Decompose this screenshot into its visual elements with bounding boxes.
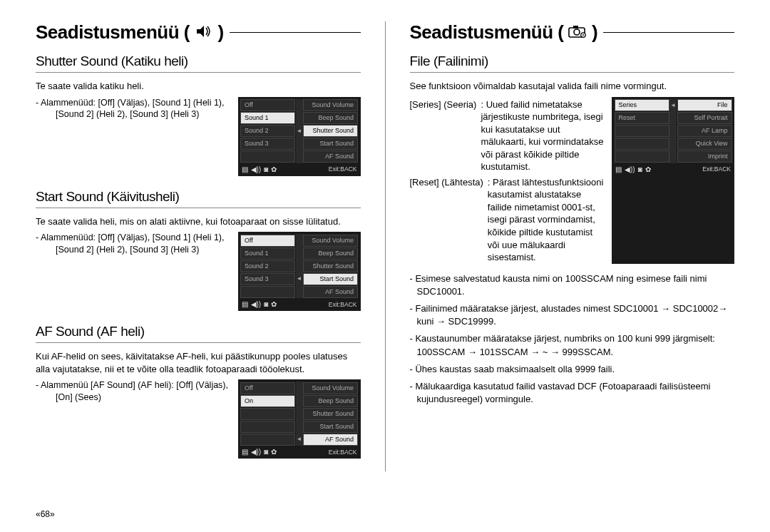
lcd-sound-icon: ◀)) (625, 166, 635, 173)
series-body: : Uued failid nimetatakse järjestikuste … (481, 98, 605, 173)
body-start: Te saate valida heli, mis on alati aktii… (36, 215, 361, 228)
lcd-caret (296, 247, 303, 260)
right-column: Seadistusmenüü ( ) File (Failinimi) See … (410, 21, 735, 471)
reset-body: : Pärast lähtestusfunktsiooni kasutamist… (488, 176, 605, 264)
right-main-title: Seadistusmenüü ( ) (410, 21, 598, 44)
lcd-right-item: Start Sound (303, 273, 358, 285)
note-item: - Mälukaardiga kasutatud failid vastavad… (410, 380, 735, 406)
lcd-caret (669, 125, 677, 138)
lcd-left-item (615, 125, 669, 137)
lcd-caret (296, 382, 303, 394)
lcd-caret (296, 260, 303, 272)
lcd-left-item (615, 150, 669, 163)
lcd-right-item: Beep Sound (303, 247, 358, 260)
svg-point-5 (582, 34, 584, 36)
lcd-camera-icon: ◙ (264, 166, 268, 173)
lcd-caret: ◄ (296, 272, 303, 285)
lcd-caret (669, 112, 677, 125)
lcd-right-item: Shutter Sound (303, 125, 358, 137)
lcd-gear-icon: ✿ (271, 301, 277, 308)
lcd-left-item: Sound 3 (240, 138, 295, 150)
lcd-right-item: Beep Sound (303, 395, 358, 407)
submenu-start: - Alammenüüd: [Off] (Väljas), [Sound 1] … (36, 232, 231, 256)
lcd-caret: ◄ (296, 433, 303, 446)
heading-shutter-sound: Shutter Sound (Katiku heli) (36, 53, 361, 73)
lcd-right-item: Shutter Sound (303, 260, 358, 272)
lcd-right-item: AF Lamp (677, 125, 732, 137)
lcd-left-item (240, 421, 295, 433)
lcd-left-item (240, 286, 295, 298)
lcd-file: Series◄FileResetSelf PortraitAF LampQuic… (612, 97, 734, 264)
lcd-left-item: On (240, 395, 295, 407)
lcd-nav-icon: ▤ (242, 301, 248, 308)
lcd-left-item: Sound 3 (240, 273, 295, 285)
page-number: «68» (36, 509, 55, 519)
note-item: - Kaustaunumber määratakse järjest, numb… (410, 332, 735, 358)
submenu-shutter: - Alammenüüd: [Off] (Väljas), [Sound 1] … (36, 97, 231, 121)
lcd-left-item (240, 434, 295, 446)
camera-setup-icon (568, 24, 587, 39)
lcd-right-item: AF Sound (303, 286, 358, 298)
lcd-left-item: Off (240, 99, 295, 111)
note-item: - Failinimed määratakse järjest, alustad… (410, 302, 735, 328)
lcd-left-item: Sound 1 (240, 112, 295, 124)
svg-point-3 (574, 29, 580, 35)
lcd-shutter: OffSound VolumeSound 1Beep SoundSound 2◄… (238, 97, 361, 176)
left-column: Seadistusmenüü ( ) Shutter Sound (Katiku… (36, 21, 361, 471)
lcd-right-item: Quick View (677, 138, 732, 150)
lcd-exit-label: Exit:BACK (702, 166, 731, 173)
title-rule (603, 32, 734, 33)
lcd-right-item: Shutter Sound (303, 408, 358, 420)
lcd-exit-label: Exit:BACK (329, 449, 357, 456)
lcd-left-item (615, 138, 669, 150)
lcd-caret (669, 150, 677, 163)
lcd-left-item: Sound 2 (240, 125, 295, 137)
heading-start-sound: Start Sound (Käivitusheli) (36, 189, 361, 208)
lcd-caret (296, 234, 303, 247)
body-af: Kui AF-helid on sees, käivitatakse AF-he… (36, 350, 361, 375)
lcd-right-item: Sound Volume (303, 235, 358, 247)
lcd-sound-icon: ◀)) (251, 301, 262, 308)
lcd-footer: ▤◀))◙✿Exit:BACK (240, 446, 359, 459)
left-main-title: Seadistusmenüü ( ) (36, 21, 224, 44)
title-rule (230, 32, 361, 33)
reset-label: [Reset] (Lähtesta) (410, 176, 483, 264)
lcd-left-item: Off (240, 382, 295, 394)
note-item: - Ühes kaustas saab maksimaalselt olla 9… (410, 363, 735, 376)
lcd-gear-icon: ✿ (271, 166, 277, 173)
lcd-gear-icon: ✿ (645, 166, 651, 173)
title-text: Seadistusmenüü ( (36, 21, 190, 43)
lcd-sound-icon: ◀)) (251, 166, 262, 173)
title-close: ) (217, 21, 223, 43)
lcd-left-item: Sound 1 (240, 247, 295, 260)
heading-file: File (Failinimi) (410, 53, 735, 73)
lcd-af: OffSound VolumeOnBeep SoundShutter Sound… (238, 379, 361, 459)
heading-af-sound: AF Sound (AF heli) (36, 324, 361, 343)
right-title-row: Seadistusmenüü ( ) (410, 21, 735, 44)
svg-marker-0 (197, 26, 204, 37)
lcd-caret (296, 112, 303, 125)
lcd-right-item: AF Sound (303, 434, 358, 446)
lcd-right-item: File (677, 99, 732, 111)
lcd-gear-icon: ✿ (271, 449, 277, 456)
submenu-af: - Alammenüü [AF Sound] (AF heli): [Off] … (36, 379, 231, 404)
lcd-caret (296, 138, 303, 150)
lcd-caret (296, 150, 303, 163)
lcd-sound-icon: ◀)) (251, 449, 262, 456)
lcd-camera-icon: ◙ (638, 166, 642, 173)
lcd-left-item (240, 408, 295, 420)
title-text: Seadistusmenüü ( (410, 21, 564, 43)
lcd-left-item: Off (240, 235, 295, 247)
title-close: ) (592, 21, 597, 43)
lcd-right-item: Start Sound (303, 138, 358, 150)
lcd-exit-label: Exit:BACK (329, 302, 357, 308)
lcd-footer: ▤◀))◙✿Exit:BACK (240, 163, 359, 176)
lcd-caret (296, 99, 303, 112)
lcd-nav-icon: ▤ (242, 449, 248, 456)
lcd-right-item: Imprint (677, 150, 732, 163)
series-label: [Series] (Seeria) (410, 98, 477, 173)
lcd-exit-label: Exit:BACK (329, 166, 357, 173)
body-file: See funktsioon võimaldab kasutajal valid… (410, 80, 735, 93)
body-shutter: Te saate valida katiku heli. (36, 80, 361, 93)
lcd-right-item: Sound Volume (303, 382, 358, 394)
